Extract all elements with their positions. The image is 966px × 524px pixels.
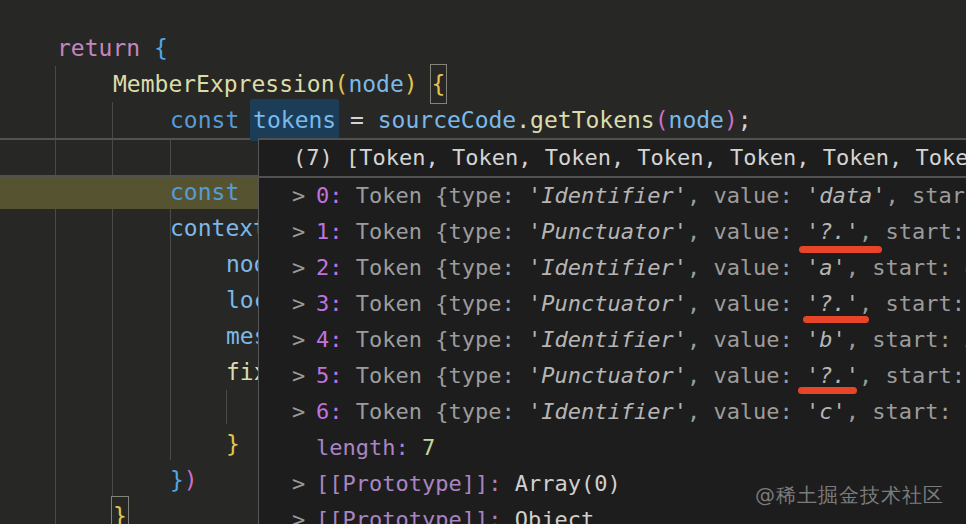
code-token: = — [336, 102, 378, 138]
chevron-expand-icon[interactable]: > — [292, 178, 316, 214]
red-underline-annotation — [798, 387, 857, 394]
debug-console-popup: (7) [Token, Token, Token, Token, Token, … — [258, 138, 966, 524]
code-token — [418, 66, 432, 102]
preview-text: Token {type: — [356, 291, 528, 316]
code-token: . — [516, 102, 530, 138]
array-item-row[interactable]: >4: Token {type: 'Identifier', value: 'b… — [259, 322, 966, 358]
code-token: const — [170, 102, 239, 138]
preview-text: 'b' — [806, 327, 846, 352]
line-const-tokens[interactable]: const tokens = sourceCode.getTokens(node… — [170, 102, 752, 138]
array-preview-header[interactable]: (7) [Token, Token, Token, Token, Token, … — [259, 140, 966, 178]
array-index: 2: — [316, 255, 356, 280]
preview-text: Token {type: — [356, 255, 528, 280]
code-token: getTokens — [530, 102, 655, 138]
chevron-expand-icon[interactable]: > — [292, 502, 316, 524]
preview-text: , value: — [687, 219, 806, 244]
preview-text: 'c' — [806, 399, 846, 424]
length-value: 7 — [422, 435, 435, 460]
prototype-value: Object — [515, 507, 594, 524]
code-token: ( — [655, 102, 669, 138]
red-underline-annotation — [803, 316, 869, 323]
line-close-member[interactable]: } — [113, 498, 127, 524]
array-item-row[interactable]: >6: Token {type: 'Identifier', value: 'c… — [259, 394, 966, 430]
preview-text: , start: — [886, 183, 966, 208]
preview-text: 'Identifier' — [528, 183, 687, 208]
code-token: ( — [335, 66, 349, 102]
preview-text: , start: — [859, 219, 966, 244]
array-index: 4: — [316, 327, 356, 352]
chevron-expand-icon[interactable]: > — [292, 214, 316, 250]
preview-text: 'Punctuator' — [528, 291, 687, 316]
code-token: ) — [404, 66, 418, 102]
code-token: return — [57, 30, 140, 66]
preview-text: 'Punctuator' — [528, 219, 687, 244]
chevron-expand-icon[interactable]: > — [292, 358, 316, 394]
array-index: 0: — [316, 183, 356, 208]
indent-guide — [55, 66, 56, 524]
prototype-value: Array(0) — [515, 471, 621, 496]
preview-text: , value: — [687, 183, 806, 208]
code-token: tokens — [253, 102, 336, 138]
chevron-expand-icon[interactable]: > — [292, 250, 316, 286]
array-item-row[interactable]: >0: Token {type: 'Identifier', value: 'd… — [259, 178, 966, 214]
line-member-expression[interactable]: MemberExpression(node) { — [113, 66, 445, 102]
array-item-row[interactable]: >5: Token {type: 'Punctuator', value: '?… — [259, 358, 966, 394]
preview-text: 'Identifier' — [528, 399, 687, 424]
watermark: @稀土掘金技术社区 — [755, 482, 944, 509]
preview-text: '?.' — [806, 363, 859, 388]
preview-text: , start: — [859, 363, 966, 388]
code-token: { — [154, 30, 168, 66]
preview-text: 'a' — [806, 255, 846, 280]
array-index: 1: — [316, 219, 356, 244]
code-token: node — [669, 102, 724, 138]
array-item-row[interactable]: >1: Token {type: 'Punctuator', value: '?… — [259, 214, 966, 250]
chevron-expand-icon[interactable]: > — [292, 322, 316, 358]
chevron-expand-icon[interactable]: > — [292, 466, 316, 502]
code-token: } — [170, 462, 184, 498]
code-token: sourceCode — [378, 102, 516, 138]
code-token: } — [226, 426, 240, 462]
preview-text: Token {type: — [356, 219, 528, 244]
code-token — [239, 102, 253, 138]
chevron-expand-icon[interactable]: > — [292, 286, 316, 322]
prototype-label: [[Prototype]]: — [316, 471, 515, 496]
preview-text: , value: — [687, 399, 806, 424]
line-close-fix[interactable]: } — [226, 426, 240, 462]
code-token: { — [432, 66, 446, 102]
code-token: } — [113, 498, 127, 524]
preview-text: 'data' — [806, 183, 885, 208]
length-row: length: 7 — [259, 430, 966, 466]
code-token: ; — [738, 102, 752, 138]
line-return[interactable]: return { — [57, 30, 168, 66]
code-token: node — [348, 66, 403, 102]
divider-line — [0, 138, 258, 140]
array-index: 5: — [316, 363, 356, 388]
code-token — [140, 30, 154, 66]
code-token: context — [170, 210, 267, 246]
preview-text: Token {type: — [356, 327, 528, 352]
indent-guide — [226, 390, 227, 424]
code-token: MemberExpression — [113, 66, 335, 102]
preview-text: '?.' — [806, 291, 859, 316]
preview-text: Token {type: — [356, 363, 528, 388]
preview-text: , start: — [846, 255, 965, 280]
code-token: ) — [724, 102, 738, 138]
preview-text: 'Punctuator' — [528, 363, 687, 388]
red-underline-annotation — [799, 246, 882, 253]
preview-text: , value: — [687, 291, 806, 316]
array-index: 3: — [316, 291, 356, 316]
indent-guide — [112, 102, 113, 496]
code-editor-with-console-popup: return {MemberExpression(node) {const to… — [0, 0, 966, 524]
line-close-report[interactable]: }) — [170, 462, 198, 498]
preview-text: , start: — [846, 327, 965, 352]
array-index: 6: — [316, 399, 356, 424]
array-item-row[interactable]: >2: Token {type: 'Identifier', value: 'a… — [259, 250, 966, 286]
chevron-expand-icon[interactable]: > — [292, 394, 316, 430]
code-token: ) — [184, 462, 198, 498]
length-label: length: — [316, 435, 422, 460]
line-const-highlighted[interactable]: const — [170, 174, 239, 210]
preview-text: , start: — [846, 399, 965, 424]
preview-text: Token {type: — [356, 399, 528, 424]
code-token: const — [170, 174, 239, 210]
preview-text: 'Identifier' — [528, 327, 687, 352]
